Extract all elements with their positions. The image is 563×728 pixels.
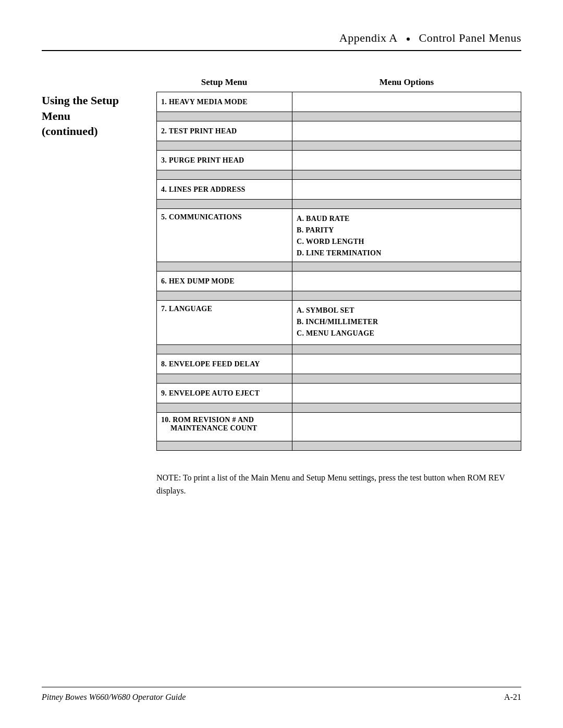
table-row: 3. PURGE PRINT HEAD	[157, 151, 521, 170]
menu-item-6: 6. HEX DUMP MODE	[157, 272, 292, 291]
header-title: Appendix A Control Panel Menus	[339, 31, 521, 45]
menu-shaded-2b	[292, 141, 521, 151]
menu-options-1	[292, 92, 521, 112]
menu-shaded-6b	[292, 291, 521, 301]
table-row: 8. ENVELOPE FEED DELAY	[157, 354, 521, 374]
menu-options-8	[292, 354, 521, 374]
table-row	[157, 200, 521, 209]
page-header: Appendix A Control Panel Menus	[42, 31, 521, 51]
menu-shaded-10b	[292, 441, 521, 451]
appendix-label: Appendix A	[339, 31, 397, 44]
menu-item-9: 9. ENVELOPE AUTO EJECT	[157, 384, 292, 403]
menu-item-8: 8. ENVELOPE FEED DELAY	[157, 354, 292, 374]
table-row	[157, 374, 521, 384]
table-row: 9. ENVELOPE AUTO EJECT	[157, 384, 521, 403]
menu-item-1: 1. HEAVY MEDIA MODE	[157, 92, 292, 112]
table-row	[157, 441, 521, 451]
menu-area: Setup Menu Menu Options 1. HEAVY MEDIA M…	[156, 77, 521, 498]
menu-options-6	[292, 272, 521, 291]
menu-shaded-10a	[157, 441, 292, 451]
section-label: Using the Setup Menu (continued)	[42, 77, 156, 498]
table-row: 4. LINES PER ADDRESS	[157, 180, 521, 200]
menu-options-2	[292, 121, 521, 141]
col-header-options: Menu Options	[292, 77, 521, 90]
options-list-7: A. SYMBOL SET B. INCH/MILLIMETER C. MENU…	[297, 305, 378, 339]
page-footer: Pitney Bowes W660/W680 Operator Guide A-…	[42, 687, 521, 702]
col-header-setup: Setup Menu	[156, 77, 292, 90]
menu-shaded-4b	[292, 200, 521, 209]
table-row	[157, 141, 521, 151]
header-section-title: Control Panel Menus	[419, 31, 522, 44]
menu-shaded-5b	[292, 262, 521, 272]
footer-guide-title: Pitney Bowes W660/W680 Operator Guide	[42, 693, 186, 702]
table-row	[157, 170, 521, 180]
table-row: 5. COMMUNICATIONS A. BAUD RATE B. PARITY…	[157, 209, 521, 262]
menu-shaded-9b	[292, 403, 521, 413]
table-row	[157, 403, 521, 413]
menu-shaded-1b	[292, 112, 521, 121]
main-content: Using the Setup Menu (continued) Setup M…	[42, 77, 521, 498]
menu-shaded-3a	[157, 170, 292, 180]
menu-item-10: 10. ROM REVISION # AND MAINTENANCE COUNT	[157, 413, 292, 441]
menu-options-9	[292, 384, 521, 403]
menu-item-7: 7. LANGUAGE	[157, 301, 292, 345]
table-row	[157, 291, 521, 301]
menu-shaded-1a	[157, 112, 292, 121]
menu-options-10	[292, 413, 521, 441]
menu-shaded-7b	[292, 345, 521, 354]
menu-item-3: 3. PURGE PRINT HEAD	[157, 151, 292, 170]
note-text: NOTE: To print a list of the Main Menu a…	[156, 472, 511, 498]
menu-shaded-2a	[157, 141, 292, 151]
menu-shaded-6a	[157, 291, 292, 301]
menu-shaded-8b	[292, 374, 521, 384]
section-title: Using the Setup Menu (continued)	[42, 93, 146, 139]
table-row: 6. HEX DUMP MODE	[157, 272, 521, 291]
table-row	[157, 345, 521, 354]
table-row	[157, 112, 521, 121]
table-row	[157, 262, 521, 272]
menu-shaded-5a	[157, 262, 292, 272]
menu-item-5: 5. COMMUNICATIONS	[157, 209, 292, 262]
menu-shaded-3b	[292, 170, 521, 180]
menu-table: 1. HEAVY MEDIA MODE 2. TEST PRINT HEAD	[156, 92, 521, 451]
page: Appendix A Control Panel Menus Using the…	[0, 0, 563, 728]
menu-shaded-9a	[157, 403, 292, 413]
menu-shaded-7a	[157, 345, 292, 354]
column-headers: Setup Menu Menu Options	[156, 77, 521, 90]
menu-options-7: A. SYMBOL SET B. INCH/MILLIMETER C. MENU…	[292, 301, 521, 345]
menu-item-4: 4. LINES PER ADDRESS	[157, 180, 292, 200]
menu-shaded-4a	[157, 200, 292, 209]
header-bullet-icon	[407, 38, 410, 41]
menu-options-5: A. BAUD RATE B. PARITY C. WORD LENGTH D.…	[292, 209, 521, 262]
menu-shaded-8a	[157, 374, 292, 384]
footer-page-number: A-21	[504, 693, 521, 702]
menu-options-4	[292, 180, 521, 200]
menu-options-3	[292, 151, 521, 170]
options-list-5: A. BAUD RATE B. PARITY C. WORD LENGTH D.…	[297, 213, 382, 258]
table-row: 1. HEAVY MEDIA MODE	[157, 92, 521, 112]
table-row: 7. LANGUAGE A. SYMBOL SET B. INCH/MILLIM…	[157, 301, 521, 345]
table-row: 10. ROM REVISION # AND MAINTENANCE COUNT	[157, 413, 521, 441]
menu-item-2: 2. TEST PRINT HEAD	[157, 121, 292, 141]
table-row: 2. TEST PRINT HEAD	[157, 121, 521, 141]
